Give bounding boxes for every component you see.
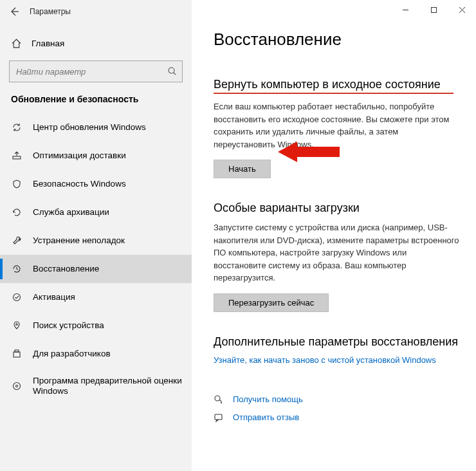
developer-icon bbox=[11, 349, 23, 359]
svg-rect-3 bbox=[13, 156, 21, 159]
sync-icon bbox=[11, 122, 23, 133]
give-feedback-link[interactable]: Отправить отзыв bbox=[192, 409, 476, 427]
maximize-button[interactable] bbox=[419, 0, 448, 19]
svg-rect-6 bbox=[14, 352, 20, 357]
svg-point-14 bbox=[215, 396, 220, 401]
restart-now-button[interactable]: Перезагрузить сейчас bbox=[214, 293, 329, 312]
shield-icon bbox=[11, 179, 23, 189]
category-header: Обновление и безопасность bbox=[0, 82, 192, 113]
nav-label: Программа предварительной оценки Windows bbox=[33, 376, 192, 396]
minimize-icon bbox=[402, 6, 409, 14]
reset-start-button[interactable]: Начать bbox=[214, 160, 271, 178]
svg-rect-7 bbox=[15, 350, 19, 352]
nav-label: Оптимизация доставки bbox=[33, 151, 192, 161]
nav-item-backup[interactable]: Служба архивации bbox=[0, 198, 192, 226]
give-feedback-label: Отправить отзыв bbox=[233, 412, 299, 422]
help-icon bbox=[214, 394, 225, 405]
reset-heading: Вернуть компьютер в исходное состояние bbox=[214, 64, 453, 94]
nav-item-recovery[interactable]: Восстановление bbox=[0, 255, 192, 283]
nav-item-activation[interactable]: Активация bbox=[0, 283, 192, 311]
home-label: Главная bbox=[32, 39, 64, 48]
svg-line-2 bbox=[174, 73, 176, 75]
delivery-icon bbox=[11, 151, 23, 161]
titlebar: Параметры bbox=[0, 0, 192, 23]
location-icon bbox=[11, 320, 23, 331]
search-icon[interactable] bbox=[167, 60, 178, 82]
nav-label: Поиск устройства bbox=[33, 320, 192, 331]
insider-icon bbox=[11, 381, 23, 391]
backup-icon bbox=[11, 207, 23, 217]
search-input[interactable] bbox=[9, 60, 183, 82]
advanced-startup-heading: Особые варианты загрузки bbox=[192, 178, 476, 215]
nav-label: Для разработчиков bbox=[33, 349, 192, 359]
svg-point-15 bbox=[221, 402, 222, 403]
app-title: Параметры bbox=[28, 7, 71, 16]
more-recovery-heading: Дополнительные параметры восстановления bbox=[192, 312, 476, 349]
home-icon bbox=[11, 38, 23, 49]
nav-label: Устранение неполадок bbox=[33, 236, 192, 246]
recovery-icon bbox=[11, 264, 23, 274]
svg-point-9 bbox=[16, 385, 18, 387]
get-help-link[interactable]: Получить помощь bbox=[192, 391, 476, 409]
reset-body: Если ваш компьютер работает нестабильно,… bbox=[192, 94, 476, 151]
svg-point-5 bbox=[16, 324, 18, 326]
nav-label: Восстановление bbox=[33, 264, 192, 274]
svg-rect-16 bbox=[215, 414, 222, 420]
nav-item-for-developers[interactable]: Для разработчиков bbox=[0, 340, 192, 368]
nav-item-find-my-device[interactable]: Поиск устройства bbox=[0, 311, 192, 340]
nav-label: Служба архивации bbox=[33, 207, 192, 217]
nav-label: Активация bbox=[33, 292, 192, 302]
nav-label: Центр обновления Windows bbox=[33, 122, 192, 133]
content-area: Восстановление Вернуть компьютер в исход… bbox=[192, 0, 476, 471]
wrench-icon bbox=[11, 236, 23, 246]
back-button[interactable] bbox=[0, 0, 28, 23]
nav-item-windows-update[interactable]: Центр обновления Windows bbox=[0, 113, 192, 142]
feedback-icon bbox=[214, 412, 225, 423]
svg-point-8 bbox=[14, 383, 21, 390]
advanced-startup-body: Запустите систему с устройства или диска… bbox=[192, 215, 476, 284]
fresh-start-link[interactable]: Узнайте, как начать заново с чистой уста… bbox=[192, 349, 476, 365]
close-icon bbox=[459, 6, 466, 14]
nav-item-windows-security[interactable]: Безопасность Windows bbox=[0, 170, 192, 198]
close-button[interactable] bbox=[448, 0, 476, 19]
nav-item-troubleshoot[interactable]: Устранение неполадок bbox=[0, 226, 192, 255]
window-controls bbox=[391, 0, 476, 19]
svg-rect-11 bbox=[431, 7, 436, 12]
search-wrap bbox=[9, 60, 183, 82]
arrow-left-icon bbox=[9, 6, 19, 17]
minimize-button[interactable] bbox=[391, 0, 419, 19]
svg-point-4 bbox=[14, 294, 21, 301]
nav-item-delivery-optimization[interactable]: Оптимизация доставки bbox=[0, 142, 192, 170]
home-nav[interactable]: Главная bbox=[0, 28, 192, 58]
activation-icon bbox=[11, 292, 23, 302]
nav-label: Безопасность Windows bbox=[33, 179, 192, 189]
maximize-icon bbox=[430, 6, 437, 14]
nav-item-insider-program[interactable]: Программа предварительной оценки Windows bbox=[0, 368, 192, 404]
get-help-label: Получить помощь bbox=[233, 394, 303, 404]
sidebar: Параметры Главная Обновление и безопасно… bbox=[0, 0, 192, 471]
